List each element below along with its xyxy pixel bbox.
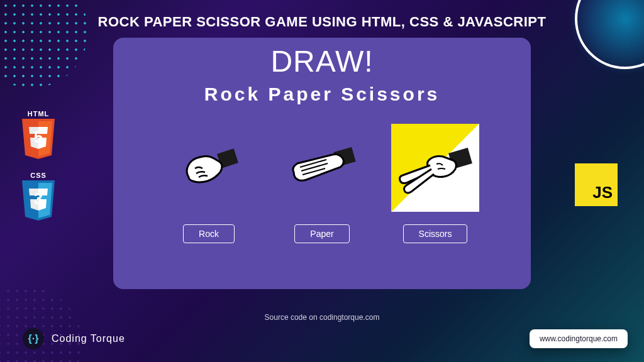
decorative-dots-bottom-left	[0, 287, 82, 362]
svg-text:5: 5	[34, 128, 43, 146]
url-text: www.codingtorque.com	[540, 334, 618, 343]
decorative-dots-top-left	[0, 0, 88, 88]
css-label: CSS	[19, 172, 58, 179]
source-code-text: Source code on codingtorque.com	[0, 313, 644, 322]
brand-logo-icon: {·}	[23, 328, 44, 349]
html5-logo-block: HTML 5	[19, 110, 58, 162]
scissors-hand-icon[interactable]	[391, 124, 479, 212]
choice-paper: Paper	[278, 124, 366, 243]
css3-shield-icon: 3	[19, 179, 58, 223]
choice-row: Rock Paper Sci	[126, 124, 518, 243]
game-result-text: DRAW!	[126, 44, 518, 79]
js-logo-label: JS	[592, 183, 613, 202]
rock-button[interactable]: Rock	[183, 224, 235, 243]
choice-rock: Rock	[165, 124, 253, 243]
page-title: ROCK PAPER SCISSOR GAME USING HTML, CSS …	[0, 0, 644, 30]
game-title: Rock Paper Scissors	[126, 84, 518, 105]
paper-hand-icon[interactable]	[278, 124, 366, 212]
game-card: DRAW! Rock Paper Scissors Rock Pape	[113, 38, 531, 289]
scissors-button[interactable]: Scissors	[403, 224, 468, 243]
js-logo-icon: JS	[575, 163, 618, 206]
rock-hand-icon[interactable]	[165, 124, 253, 212]
svg-text:3: 3	[34, 189, 43, 208]
choice-scissors: Scissors	[391, 124, 479, 243]
paper-button[interactable]: Paper	[294, 224, 349, 243]
brand-name: Coding Torque	[52, 333, 125, 344]
url-pill[interactable]: www.codingtorque.com	[530, 329, 628, 348]
brand-block: {·} Coding Torque	[23, 328, 125, 349]
html5-shield-icon: 5	[19, 118, 58, 162]
tech-logos-left: HTML 5 CSS 3	[19, 110, 58, 223]
css3-logo-block: CSS 3	[19, 172, 58, 223]
html-label: HTML	[19, 110, 58, 118]
